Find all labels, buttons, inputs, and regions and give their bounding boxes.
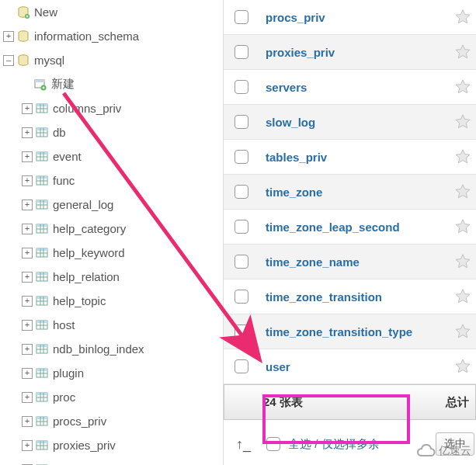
favorite-star-icon[interactable]	[454, 43, 471, 61]
tree-label: event	[53, 150, 82, 163]
tree-node-table[interactable]: + columns_priv	[0, 96, 223, 120]
table-row[interactable]: time_zone	[224, 175, 476, 210]
favorite-star-icon[interactable]	[454, 148, 471, 165]
table-name[interactable]: slow_log	[266, 116, 454, 129]
tree-node-table[interactable]: + servers	[0, 457, 223, 465]
tree-node-table[interactable]: + help_category	[0, 217, 223, 241]
row-checkbox[interactable]	[235, 45, 248, 59]
tree-node-information-schema[interactable]: + information_schema	[0, 24, 223, 48]
expand-icon[interactable]: +	[22, 416, 33, 427]
database-icon	[17, 6, 30, 19]
expand-icon[interactable]: +	[3, 31, 14, 42]
row-checkbox[interactable]	[235, 220, 248, 234]
tree-node-table[interactable]: + plugin	[0, 361, 223, 385]
table-name[interactable]: proxies_priv	[266, 46, 454, 59]
table-icon	[36, 391, 48, 404]
arrow-up-icon: ↑_	[236, 436, 251, 453]
tree-node-mysql[interactable]: – mysql	[0, 48, 223, 72]
tree-node-table[interactable]: + help_topic	[0, 289, 223, 313]
expand-icon[interactable]: +	[22, 368, 33, 379]
tree-node-new-table[interactable]: 新建	[0, 72, 223, 96]
expand-icon[interactable]: +	[22, 224, 33, 234]
expand-icon[interactable]: +	[22, 103, 33, 114]
expand-icon[interactable]: +	[22, 127, 33, 138]
tree-node-new[interactable]: New	[0, 0, 223, 24]
table-row[interactable]: servers	[224, 70, 476, 105]
tree-node-table[interactable]: + host	[0, 313, 223, 337]
expand-icon[interactable]: +	[22, 392, 33, 403]
expand-icon[interactable]: +	[22, 320, 33, 331]
table-name[interactable]: user	[266, 360, 454, 373]
collapse-icon[interactable]: –	[3, 55, 14, 66]
tree-label: procs_priv	[53, 415, 106, 428]
expand-icon[interactable]: +	[22, 248, 33, 259]
table-icon	[36, 319, 48, 331]
row-checkbox[interactable]	[235, 10, 248, 24]
table-row[interactable]: user	[224, 349, 476, 384]
svg-rect-78	[36, 441, 47, 443]
expand-icon[interactable]: +	[22, 200, 33, 210]
table-name[interactable]: time_zone_name	[266, 255, 454, 269]
tree-node-table[interactable]: + general_log	[0, 193, 223, 217]
table-row[interactable]: time_zone_transition	[224, 279, 476, 314]
table-name[interactable]: servers	[266, 81, 454, 94]
tree-node-table[interactable]: + ndb_binlog_index	[0, 337, 223, 361]
row-checkbox[interactable]	[235, 324, 248, 338]
expand-icon[interactable]: +	[22, 151, 33, 162]
tree-node-table[interactable]: + help_relation	[0, 265, 223, 289]
row-checkbox[interactable]	[235, 255, 248, 269]
row-checkbox[interactable]	[235, 290, 248, 304]
expand-icon[interactable]: +	[22, 296, 33, 307]
expand-icon[interactable]: +	[22, 440, 33, 451]
tree-node-table[interactable]: + db	[0, 120, 223, 144]
row-checkbox[interactable]	[235, 359, 248, 373]
select-all-checkbox[interactable]	[266, 437, 280, 451]
tree-node-table[interactable]: + help_keyword	[0, 241, 223, 265]
row-checkbox[interactable]	[235, 115, 248, 129]
favorite-star-icon[interactable]	[454, 113, 471, 130]
table-name[interactable]: time_zone_transition_type	[266, 325, 454, 338]
row-checkbox[interactable]	[235, 185, 248, 199]
table-name[interactable]: time_zone_leap_second	[266, 220, 454, 234]
table-row[interactable]: proxies_priv	[224, 35, 476, 70]
database-icon	[17, 54, 30, 67]
table-row[interactable]: slow_log	[224, 105, 476, 140]
favorite-star-icon[interactable]	[454, 9, 471, 26]
expand-icon[interactable]: +	[22, 344, 33, 355]
svg-rect-23	[36, 176, 47, 179]
tree-node-table[interactable]: + func	[0, 168, 223, 193]
favorite-star-icon[interactable]	[454, 358, 471, 375]
tree-label: general_log	[53, 198, 113, 211]
favorite-star-icon[interactable]	[454, 253, 471, 270]
tree-node-table[interactable]: + proxies_priv	[0, 433, 223, 457]
select-all-control[interactable]: 全选 / 仅选择多余	[259, 432, 387, 456]
row-checkbox[interactable]	[235, 150, 248, 164]
tree-label: help_topic	[53, 294, 106, 307]
table-row[interactable]: procs_priv	[224, 0, 476, 35]
tree-label: plugin	[53, 366, 84, 380]
table-icon	[36, 439, 48, 452]
expand-icon[interactable]: +	[22, 175, 33, 186]
table-row[interactable]: time_zone_transition_type	[224, 314, 476, 349]
favorite-star-icon[interactable]	[454, 183, 471, 200]
table-name[interactable]: procs_priv	[266, 11, 454, 24]
table-row[interactable]: tables_priv	[224, 140, 476, 175]
tree-node-table[interactable]: + event	[0, 144, 223, 168]
table-row[interactable]: time_zone_leap_second	[224, 210, 476, 245]
svg-rect-5	[35, 80, 44, 82]
table-name[interactable]: time_zone	[266, 186, 454, 199]
svg-rect-73	[36, 417, 47, 419]
favorite-star-icon[interactable]	[454, 78, 471, 95]
table-row[interactable]: time_zone_name	[224, 245, 476, 279]
table-icon	[36, 102, 48, 115]
tree-node-table[interactable]: + procs_priv	[0, 409, 223, 433]
table-name[interactable]: time_zone_transition	[266, 290, 454, 304]
row-checkbox[interactable]	[235, 80, 248, 94]
tree-node-table[interactable]: + proc	[0, 385, 223, 409]
favorite-star-icon[interactable]	[454, 218, 471, 235]
expand-icon[interactable]: +	[22, 272, 33, 283]
favorite-star-icon[interactable]	[454, 323, 471, 340]
favorite-star-icon[interactable]	[454, 288, 471, 305]
table-name[interactable]: tables_priv	[266, 151, 454, 164]
table-icon	[36, 151, 48, 163]
